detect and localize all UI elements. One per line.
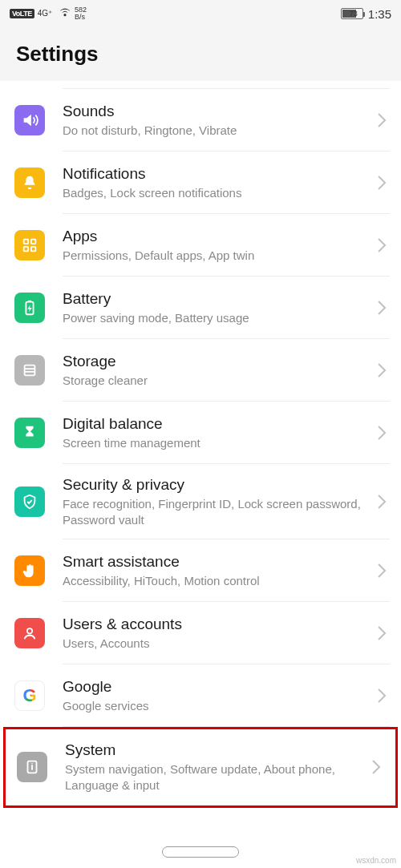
settings-item-text: Notifications Badges, Lock screen notifi… bbox=[63, 164, 374, 201]
settings-item-text: Apps Permissions, Default apps, App twin bbox=[63, 227, 374, 264]
hand-icon bbox=[14, 555, 45, 586]
item-subtitle: Permissions, Default apps, App twin bbox=[63, 248, 367, 264]
watermark: wsxdn.com bbox=[356, 856, 396, 865]
gesture-nav-bar[interactable] bbox=[0, 836, 401, 868]
svg-rect-2 bbox=[24, 247, 29, 252]
item-title: Battery bbox=[63, 289, 367, 309]
status-left: VoLTE 4G⁺ 582 B/s bbox=[10, 6, 87, 21]
item-subtitle: Do not disturb, Ringtone, Vibrate bbox=[63, 123, 367, 139]
item-title: Smart assistance bbox=[63, 552, 367, 571]
svg-point-12 bbox=[31, 763, 32, 764]
info-icon bbox=[17, 752, 47, 782]
settings-item-text: Storage Storage cleaner bbox=[63, 352, 374, 389]
settings-item-text: Users & accounts Users, Accounts bbox=[63, 615, 374, 652]
settings-item-storage[interactable]: Storage Storage cleaner bbox=[0, 339, 401, 402]
settings-item-google[interactable]: G Google Google services bbox=[0, 664, 401, 727]
chevron-right-icon bbox=[374, 563, 390, 579]
chevron-right-icon bbox=[374, 362, 390, 378]
item-subtitle: Screen time management bbox=[63, 435, 367, 451]
svg-point-9 bbox=[27, 628, 32, 633]
page-title: Settings bbox=[16, 42, 385, 67]
item-subtitle: Storage cleaner bbox=[63, 373, 367, 389]
battery-percent: 73 bbox=[345, 10, 363, 18]
google-icon: G bbox=[14, 680, 45, 711]
settings-item-battery[interactable]: Battery Power saving mode, Battery usage bbox=[0, 277, 401, 339]
settings-item-digital-balance[interactable]: Digital balance Screen time management bbox=[0, 402, 401, 464]
apps-icon bbox=[14, 230, 45, 260]
item-title: Security & privacy bbox=[63, 475, 367, 495]
settings-item-security[interactable]: Security & privacy Face recognition, Fin… bbox=[0, 464, 401, 539]
truncated-previous-row bbox=[63, 81, 390, 89]
item-subtitle: Accessibility, HiTouch, Motion control bbox=[63, 573, 367, 589]
chevron-right-icon bbox=[374, 688, 390, 704]
settings-item-text: Smart assistance Accessibility, HiTouch,… bbox=[63, 552, 374, 589]
item-subtitle: System navigation, Software update, Abou… bbox=[65, 761, 362, 794]
highlight-frame: System System navigation, Software updat… bbox=[3, 727, 398, 807]
settings-item-smart-assistance[interactable]: Smart assistance Accessibility, HiTouch,… bbox=[0, 539, 401, 602]
clock: 1:35 bbox=[368, 7, 391, 21]
chevron-right-icon bbox=[368, 759, 384, 775]
settings-item-system[interactable]: System System navigation, Software updat… bbox=[6, 729, 395, 805]
chevron-right-icon bbox=[374, 425, 390, 441]
settings-item-text: Digital balance Screen time management bbox=[63, 414, 374, 451]
svg-rect-1 bbox=[31, 240, 36, 244]
item-title: Users & accounts bbox=[63, 615, 367, 634]
shield-icon bbox=[14, 486, 45, 517]
settings-item-text: Google Google services bbox=[63, 677, 374, 714]
battery-icon bbox=[14, 293, 45, 323]
item-subtitle: Badges, Lock screen notifications bbox=[63, 185, 367, 201]
svg-rect-3 bbox=[31, 247, 36, 252]
network-rate: 582 B/s bbox=[75, 6, 87, 21]
item-subtitle: Google services bbox=[63, 698, 367, 714]
chevron-right-icon bbox=[374, 112, 390, 128]
svg-rect-0 bbox=[24, 240, 29, 244]
svg-rect-5 bbox=[28, 301, 31, 302]
wifi-icon bbox=[59, 7, 71, 20]
header: Settings bbox=[0, 27, 401, 81]
storage-icon bbox=[14, 355, 45, 386]
chevron-right-icon bbox=[374, 625, 390, 641]
item-title: Sounds bbox=[63, 102, 367, 121]
item-title: Notifications bbox=[63, 164, 367, 184]
settings-item-text: Security & privacy Face recognition, Fin… bbox=[63, 475, 374, 528]
item-title: Google bbox=[63, 677, 367, 696]
item-subtitle: Face recognition, Fingerprint ID, Lock s… bbox=[63, 496, 367, 529]
bell-icon bbox=[14, 168, 45, 198]
item-title: System bbox=[65, 741, 362, 760]
settings-item-notifications[interactable]: Notifications Badges, Lock screen notifi… bbox=[0, 151, 401, 214]
settings-item-sounds[interactable]: Sounds Do not disturb, Ringtone, Vibrate bbox=[0, 89, 401, 151]
settings-item-users-accounts[interactable]: Users & accounts Users, Accounts bbox=[0, 602, 401, 664]
chevron-right-icon bbox=[374, 175, 390, 191]
settings-item-text: Sounds Do not disturb, Ringtone, Vibrate bbox=[63, 102, 374, 139]
chevron-right-icon bbox=[374, 494, 390, 510]
user-icon bbox=[14, 618, 45, 648]
hourglass-icon bbox=[14, 418, 45, 448]
item-subtitle: Users, Accounts bbox=[63, 636, 367, 652]
net-rate-unit: B/s bbox=[75, 14, 85, 21]
sound-icon bbox=[14, 105, 45, 135]
nav-pill-icon bbox=[162, 846, 239, 858]
volte-badge: VoLTE bbox=[10, 9, 34, 18]
settings-item-text: Battery Power saving mode, Battery usage bbox=[63, 289, 374, 326]
svg-rect-6 bbox=[25, 365, 35, 376]
battery-icon: 73 bbox=[341, 8, 363, 19]
chevron-right-icon bbox=[374, 237, 390, 253]
settings-item-apps[interactable]: Apps Permissions, Default apps, App twin bbox=[0, 214, 401, 277]
item-title: Apps bbox=[63, 227, 367, 246]
settings-item-text: System System navigation, Software updat… bbox=[65, 741, 368, 793]
signal-text: 4G⁺ bbox=[38, 10, 52, 18]
item-title: Storage bbox=[63, 352, 367, 371]
chevron-right-icon bbox=[374, 300, 390, 316]
item-title: Digital balance bbox=[63, 414, 367, 434]
status-right: 73 1:35 bbox=[341, 7, 391, 21]
item-subtitle: Power saving mode, Battery usage bbox=[63, 310, 367, 326]
settings-list[interactable]: Sounds Do not disturb, Ringtone, Vibrate… bbox=[0, 81, 401, 836]
status-bar: VoLTE 4G⁺ 582 B/s 73 1:35 bbox=[0, 0, 401, 27]
